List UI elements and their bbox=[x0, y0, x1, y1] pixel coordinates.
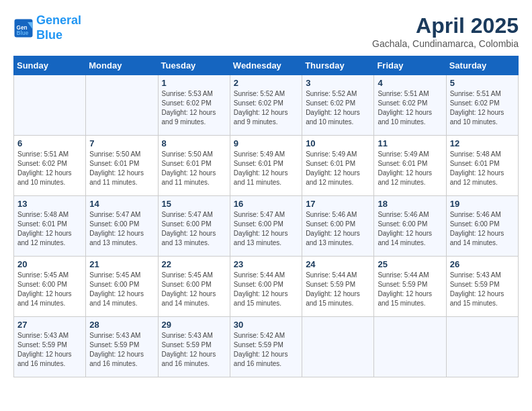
day-info: Sunrise: 5:43 AMSunset: 5:59 PMDaylight:… bbox=[89, 331, 154, 369]
day-number: 22 bbox=[162, 259, 226, 269]
day-number: 20 bbox=[17, 259, 82, 269]
svg-text:Blue: Blue bbox=[17, 30, 29, 36]
day-number: 25 bbox=[378, 259, 442, 269]
day-number: 14 bbox=[89, 199, 154, 209]
day-info: Sunrise: 5:49 AMSunset: 6:01 PMDaylight:… bbox=[234, 150, 298, 187]
day-cell-3: 3Sunrise: 5:52 AMSunset: 6:02 PMDaylight… bbox=[302, 75, 374, 136]
month-year-title: April 2025 bbox=[372, 13, 519, 38]
day-cell-2: 2Sunrise: 5:52 AMSunset: 6:02 PMDaylight… bbox=[230, 75, 302, 136]
week-row-4: 20Sunrise: 5:45 AMSunset: 6:00 PMDayligh… bbox=[14, 257, 519, 317]
empty-cell bbox=[446, 317, 518, 377]
day-info: Sunrise: 5:49 AMSunset: 6:01 PMDaylight:… bbox=[378, 150, 442, 187]
day-number: 23 bbox=[234, 259, 298, 269]
day-cell-5: 5Sunrise: 5:51 AMSunset: 6:02 PMDaylight… bbox=[446, 75, 518, 136]
day-info: Sunrise: 5:47 AMSunset: 6:00 PMDaylight:… bbox=[162, 210, 226, 248]
day-number: 16 bbox=[234, 199, 298, 209]
day-cell-12: 12Sunrise: 5:48 AMSunset: 6:01 PMDayligh… bbox=[446, 136, 518, 196]
day-number: 12 bbox=[450, 138, 515, 148]
weekday-header-monday: Monday bbox=[86, 56, 158, 75]
day-info: Sunrise: 5:48 AMSunset: 6:01 PMDaylight:… bbox=[450, 150, 515, 187]
day-number: 28 bbox=[89, 320, 154, 330]
day-cell-26: 26Sunrise: 5:43 AMSunset: 5:59 PMDayligh… bbox=[446, 257, 518, 317]
empty-cell bbox=[302, 317, 374, 377]
weekday-header-row: SundayMondayTuesdayWednesdayThursdayFrid… bbox=[14, 56, 519, 75]
day-cell-15: 15Sunrise: 5:47 AMSunset: 6:00 PMDayligh… bbox=[158, 196, 230, 257]
day-number: 11 bbox=[378, 138, 442, 148]
day-info: Sunrise: 5:49 AMSunset: 6:01 PMDaylight:… bbox=[306, 150, 370, 187]
day-info: Sunrise: 5:52 AMSunset: 6:02 PMDaylight:… bbox=[234, 89, 298, 127]
day-info: Sunrise: 5:51 AMSunset: 6:02 PMDaylight:… bbox=[450, 89, 515, 127]
day-number: 1 bbox=[162, 78, 226, 88]
week-row-3: 13Sunrise: 5:48 AMSunset: 6:01 PMDayligh… bbox=[14, 196, 519, 257]
day-number: 30 bbox=[234, 320, 298, 330]
weekday-header-tuesday: Tuesday bbox=[158, 56, 230, 75]
day-number: 15 bbox=[162, 199, 226, 209]
day-cell-16: 16Sunrise: 5:47 AMSunset: 6:00 PMDayligh… bbox=[230, 196, 302, 257]
day-info: Sunrise: 5:50 AMSunset: 6:01 PMDaylight:… bbox=[89, 150, 154, 187]
day-info: Sunrise: 5:44 AMSunset: 5:59 PMDaylight:… bbox=[378, 271, 442, 308]
day-info: Sunrise: 5:44 AMSunset: 6:00 PMDaylight:… bbox=[234, 271, 298, 308]
day-info: Sunrise: 5:45 AMSunset: 6:00 PMDaylight:… bbox=[89, 271, 154, 308]
day-cell-9: 9Sunrise: 5:49 AMSunset: 6:01 PMDaylight… bbox=[230, 136, 302, 196]
day-info: Sunrise: 5:50 AMSunset: 6:01 PMDaylight:… bbox=[162, 150, 226, 187]
day-cell-22: 22Sunrise: 5:45 AMSunset: 6:00 PMDayligh… bbox=[158, 257, 230, 317]
day-info: Sunrise: 5:47 AMSunset: 6:00 PMDaylight:… bbox=[89, 210, 154, 248]
week-row-5: 27Sunrise: 5:43 AMSunset: 5:59 PMDayligh… bbox=[14, 317, 519, 377]
day-number: 9 bbox=[234, 138, 298, 148]
weekday-header-thursday: Thursday bbox=[302, 56, 374, 75]
day-cell-13: 13Sunrise: 5:48 AMSunset: 6:01 PMDayligh… bbox=[14, 196, 86, 257]
day-cell-17: 17Sunrise: 5:46 AMSunset: 6:00 PMDayligh… bbox=[302, 196, 374, 257]
day-info: Sunrise: 5:47 AMSunset: 6:00 PMDaylight:… bbox=[234, 210, 298, 248]
day-info: Sunrise: 5:42 AMSunset: 5:59 PMDaylight:… bbox=[234, 331, 298, 369]
logo-text-general: General bbox=[36, 13, 81, 27]
empty-cell bbox=[86, 75, 158, 136]
day-cell-23: 23Sunrise: 5:44 AMSunset: 6:00 PMDayligh… bbox=[230, 257, 302, 317]
day-cell-27: 27Sunrise: 5:43 AMSunset: 5:59 PMDayligh… bbox=[14, 317, 86, 377]
day-info: Sunrise: 5:51 AMSunset: 6:02 PMDaylight:… bbox=[17, 150, 82, 187]
day-cell-18: 18Sunrise: 5:46 AMSunset: 6:00 PMDayligh… bbox=[374, 196, 446, 257]
day-number: 7 bbox=[89, 138, 154, 148]
day-cell-1: 1Sunrise: 5:53 AMSunset: 6:02 PMDaylight… bbox=[158, 75, 230, 136]
day-cell-11: 11Sunrise: 5:49 AMSunset: 6:01 PMDayligh… bbox=[374, 136, 446, 196]
day-cell-20: 20Sunrise: 5:45 AMSunset: 6:00 PMDayligh… bbox=[14, 257, 86, 317]
day-number: 19 bbox=[450, 199, 515, 209]
weekday-header-sunday: Sunday bbox=[14, 56, 86, 75]
day-number: 6 bbox=[17, 138, 82, 148]
day-number: 21 bbox=[89, 259, 154, 269]
day-info: Sunrise: 5:53 AMSunset: 6:02 PMDaylight:… bbox=[162, 89, 226, 127]
day-number: 2 bbox=[234, 78, 298, 88]
day-number: 27 bbox=[17, 320, 82, 330]
day-info: Sunrise: 5:48 AMSunset: 6:01 PMDaylight:… bbox=[17, 210, 82, 248]
day-cell-25: 25Sunrise: 5:44 AMSunset: 5:59 PMDayligh… bbox=[374, 257, 446, 317]
title-area: April 2025 Gachala, Cundinamarca, Colomb… bbox=[372, 13, 519, 49]
day-info: Sunrise: 5:46 AMSunset: 6:00 PMDaylight:… bbox=[306, 210, 370, 248]
weekday-header-saturday: Saturday bbox=[446, 56, 518, 75]
day-info: Sunrise: 5:46 AMSunset: 6:00 PMDaylight:… bbox=[450, 210, 515, 248]
day-cell-8: 8Sunrise: 5:50 AMSunset: 6:01 PMDaylight… bbox=[158, 136, 230, 196]
day-info: Sunrise: 5:46 AMSunset: 6:00 PMDaylight:… bbox=[378, 210, 442, 248]
day-info: Sunrise: 5:43 AMSunset: 5:59 PMDaylight:… bbox=[450, 271, 515, 308]
day-number: 8 bbox=[162, 138, 226, 148]
day-cell-7: 7Sunrise: 5:50 AMSunset: 6:01 PMDaylight… bbox=[86, 136, 158, 196]
day-cell-19: 19Sunrise: 5:46 AMSunset: 6:00 PMDayligh… bbox=[446, 196, 518, 257]
day-cell-4: 4Sunrise: 5:51 AMSunset: 6:02 PMDaylight… bbox=[374, 75, 446, 136]
empty-cell bbox=[374, 317, 446, 377]
logo-text-blue: Blue bbox=[36, 28, 62, 42]
day-cell-28: 28Sunrise: 5:43 AMSunset: 5:59 PMDayligh… bbox=[86, 317, 158, 377]
day-cell-24: 24Sunrise: 5:44 AMSunset: 5:59 PMDayligh… bbox=[302, 257, 374, 317]
day-number: 13 bbox=[17, 199, 82, 209]
day-number: 24 bbox=[306, 259, 370, 269]
weekday-header-wednesday: Wednesday bbox=[230, 56, 302, 75]
logo-icon: Gen Blue bbox=[13, 18, 34, 38]
day-info: Sunrise: 5:43 AMSunset: 5:59 PMDaylight:… bbox=[162, 331, 226, 369]
header: Gen Blue General Blue April 2025 Gachala… bbox=[13, 13, 519, 49]
day-number: 4 bbox=[378, 78, 442, 88]
logo-name: General Blue bbox=[36, 13, 81, 42]
week-row-2: 6Sunrise: 5:51 AMSunset: 6:02 PMDaylight… bbox=[14, 136, 519, 196]
day-number: 29 bbox=[162, 320, 226, 330]
day-info: Sunrise: 5:44 AMSunset: 5:59 PMDaylight:… bbox=[306, 271, 370, 308]
day-cell-10: 10Sunrise: 5:49 AMSunset: 6:01 PMDayligh… bbox=[302, 136, 374, 196]
empty-cell bbox=[14, 75, 86, 136]
day-cell-14: 14Sunrise: 5:47 AMSunset: 6:00 PMDayligh… bbox=[86, 196, 158, 257]
day-number: 17 bbox=[306, 199, 370, 209]
